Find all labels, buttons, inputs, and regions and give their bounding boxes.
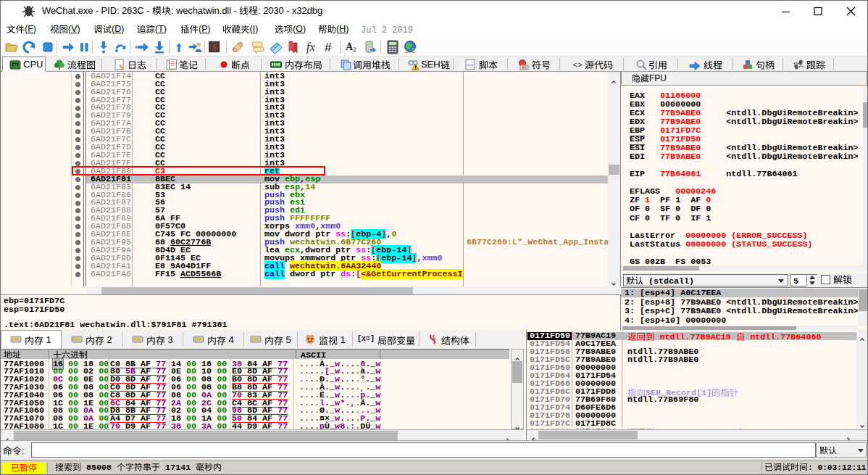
svg-text:<>: <> [467,62,474,68]
svg-text:2: 2 [353,46,356,53]
svg-text:<>: <> [572,61,582,70]
svg-text:S: S [212,43,217,52]
svg-text:32: 32 [12,63,18,68]
svg-text:#: # [325,41,332,54]
svg-text:fx: fx [306,41,315,54]
